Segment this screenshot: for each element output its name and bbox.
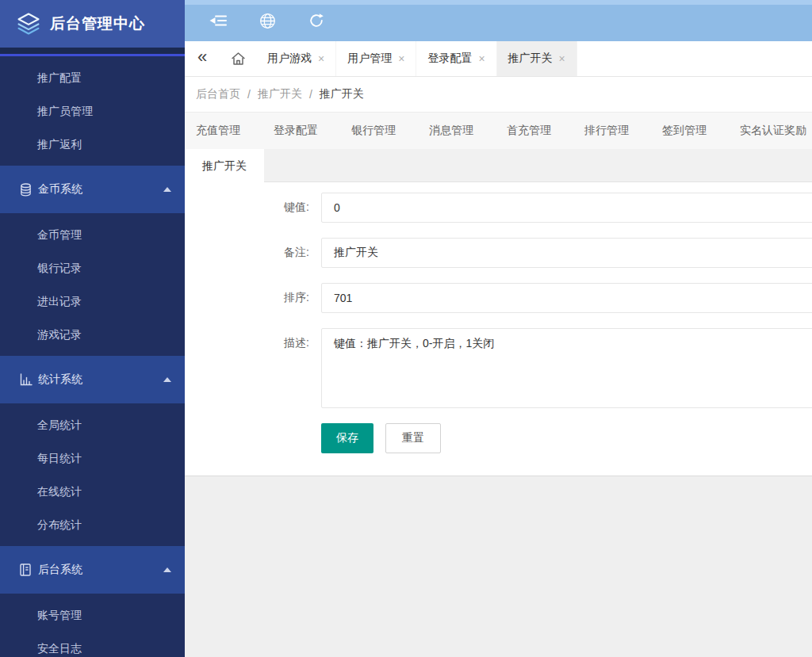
sidebar-divider xyxy=(0,48,185,54)
sidebar-item-game-records[interactable]: 游戏记录 xyxy=(0,318,185,351)
save-button[interactable]: 保存 xyxy=(321,423,373,453)
close-icon[interactable]: × xyxy=(318,52,324,65)
tab-label: 用户游戏 xyxy=(267,52,312,66)
content-background xyxy=(185,476,812,657)
menu-item-realname-reward[interactable]: 实名认证奖励 xyxy=(740,124,806,138)
sidebar-item-bank-records[interactable]: 银行记录 xyxy=(0,251,185,285)
collapse-menu-icon[interactable] xyxy=(209,12,227,29)
sidebar-item-online-stats[interactable]: 在线统计 xyxy=(0,475,185,508)
caret-up-icon xyxy=(163,187,171,192)
caret-up-icon xyxy=(163,377,171,382)
coins-database-icon xyxy=(20,183,33,197)
sidebar-item-inout-records[interactable]: 进出记录 xyxy=(0,285,185,318)
globe-icon[interactable] xyxy=(259,12,276,29)
sidebar-item-account-management[interactable]: 账号管理 xyxy=(0,598,185,632)
sidebar-item-security-log[interactable]: 安全日志 xyxy=(0,632,185,657)
tab-label: 登录配置 xyxy=(427,52,472,66)
home-icon xyxy=(231,52,246,66)
sidebar-group-backend: 账号管理 安全日志 xyxy=(0,594,185,657)
remark-input[interactable] xyxy=(321,238,812,268)
main-area: « 用户游戏 × 用户管理 × 登录配置 × xyxy=(185,0,812,657)
admin-app: 后台管理中心 推广配置 推广员管理 推广返利 金币系统 金币管理 银行记录 xyxy=(0,0,812,657)
breadcrumb-parent[interactable]: 推广开关 xyxy=(258,87,302,101)
sort-label: 排序: xyxy=(185,291,321,305)
ledger-icon xyxy=(20,563,33,576)
tab-user-games[interactable]: 用户游戏 × xyxy=(256,41,336,76)
form-row-remark: 备注: xyxy=(185,238,812,268)
sidebar: 后台管理中心 推广配置 推广员管理 推广返利 金币系统 金币管理 银行记录 xyxy=(0,0,185,657)
sidebar-group-coin: 金币管理 银行记录 进出记录 游戏记录 xyxy=(0,213,185,356)
sidebar-section-label: 统计系统 xyxy=(38,372,82,387)
layers-logo-icon xyxy=(16,12,41,36)
refresh-icon[interactable] xyxy=(308,12,325,29)
sidebar-item-promo-config[interactable]: 推广配置 xyxy=(0,61,185,94)
sidebar-item-promo-rebate[interactable]: 推广返利 xyxy=(0,128,185,161)
config-form: 键值: 备注: 排序: 描述: 键值：推广开关，0-开启，1关闭 保存 重置 xyxy=(185,182,812,476)
menu-item-message[interactable]: 消息管理 xyxy=(429,124,473,138)
tab-login-config[interactable]: 登录配置 × xyxy=(416,41,496,76)
collapse-tabs-button[interactable]: « xyxy=(185,41,220,76)
breadcrumb-current: 推广开关 xyxy=(320,87,364,101)
tabbar: « 用户游戏 × 用户管理 × 登录配置 × xyxy=(185,41,812,77)
caret-up-icon xyxy=(163,567,171,572)
menu-item-recharge[interactable]: 充值管理 xyxy=(196,124,240,138)
close-icon[interactable]: × xyxy=(398,52,404,65)
form-row-key: 键值: xyxy=(185,193,812,223)
app-logo[interactable]: 后台管理中心 xyxy=(0,0,185,48)
menu-item-first-charge[interactable]: 首充管理 xyxy=(507,124,551,138)
config-menu: 充值管理 登录配置 银行管理 消息管理 首充管理 排行管理 签到管理 实名认证奖… xyxy=(185,113,812,149)
app-title: 后台管理中心 xyxy=(50,13,145,34)
sidebar-item-global-stats[interactable]: 全局统计 xyxy=(0,408,185,441)
remark-label: 备注: xyxy=(185,246,321,260)
form-row-description: 描述: 键值：推广开关，0-开启，1关闭 xyxy=(185,328,812,408)
form-buttons: 保存 重置 xyxy=(185,423,812,453)
description-textarea[interactable]: 键值：推广开关，0-开启，1关闭 xyxy=(321,328,812,408)
home-tab-button[interactable] xyxy=(220,41,256,76)
description-label: 描述: xyxy=(185,328,321,350)
sidebar-section-label: 后台系统 xyxy=(38,563,82,577)
sidebar-section-stats-system[interactable]: 统计系统 xyxy=(0,356,185,403)
topbar xyxy=(185,0,812,41)
form-row-sort: 排序: xyxy=(185,283,812,313)
panel-tabstrip: 推广开关 xyxy=(185,149,812,182)
panel-tab-promo-switch[interactable]: 推广开关 xyxy=(185,149,264,183)
sidebar-group-stats: 全局统计 每日统计 在线统计 分布统计 xyxy=(0,403,185,546)
sort-input[interactable] xyxy=(321,283,812,313)
sidebar-item-promoter-management[interactable]: 推广员管理 xyxy=(0,94,185,128)
breadcrumb-separator: / xyxy=(247,88,251,101)
sidebar-section-backend-system[interactable]: 后台系统 xyxy=(0,546,185,594)
key-label: 键值: xyxy=(185,201,321,215)
menu-item-checkin[interactable]: 签到管理 xyxy=(662,124,707,138)
sidebar-item-coin-management[interactable]: 金币管理 xyxy=(0,218,185,251)
breadcrumb: 后台首页 / 推广开关 / 推广开关 xyxy=(185,77,812,113)
tab-label: 用户管理 xyxy=(347,52,392,66)
sidebar-section-coin-system[interactable]: 金币系统 xyxy=(0,166,185,213)
close-icon[interactable]: × xyxy=(559,52,565,65)
tab-user-management[interactable]: 用户管理 × xyxy=(336,41,416,76)
reset-button[interactable]: 重置 xyxy=(385,423,441,453)
sidebar-group-promotion: 推广配置 推广员管理 推广返利 xyxy=(0,56,185,166)
tab-label: 推广开关 xyxy=(508,52,553,66)
close-icon[interactable]: × xyxy=(478,52,485,65)
sidebar-item-distribution-stats[interactable]: 分布统计 xyxy=(0,508,185,541)
key-input[interactable] xyxy=(321,193,812,223)
breadcrumb-separator: / xyxy=(309,88,312,101)
menu-item-bank[interactable]: 银行管理 xyxy=(351,124,396,138)
menu-item-ranking[interactable]: 排行管理 xyxy=(584,124,629,138)
breadcrumb-home[interactable]: 后台首页 xyxy=(196,87,240,101)
sidebar-section-label: 金币系统 xyxy=(38,182,82,197)
sidebar-item-daily-stats[interactable]: 每日统计 xyxy=(0,441,185,475)
menu-item-login-config[interactable]: 登录配置 xyxy=(274,124,318,138)
bar-chart-icon xyxy=(20,373,33,386)
tab-promo-switch[interactable]: 推广开关 × xyxy=(497,41,577,76)
